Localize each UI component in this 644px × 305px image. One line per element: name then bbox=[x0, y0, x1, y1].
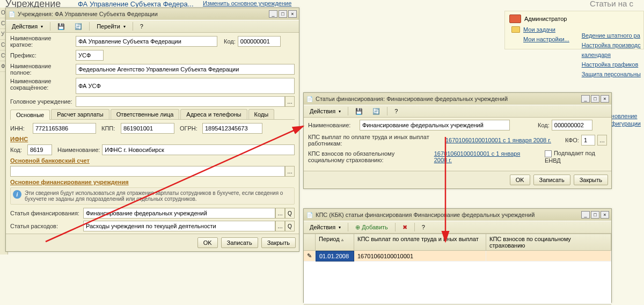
toolbar-save-icon[interactable]: 💾 bbox=[352, 106, 367, 117]
bank-account-input[interactable] bbox=[10, 166, 285, 177]
financing-heading: Основное финансирование учреждения bbox=[10, 179, 295, 185]
code-input[interactable] bbox=[552, 120, 592, 130]
close-button[interactable]: × bbox=[288, 10, 297, 18]
col-kps-pay[interactable]: КПС выплат по оплате труда и иных выплат bbox=[354, 234, 486, 250]
code-input[interactable] bbox=[238, 36, 281, 47]
ok-button[interactable]: OK bbox=[510, 175, 530, 185]
financing-article-window: 📄 Статьи финансирования: Финансирование … bbox=[303, 92, 612, 189]
ifns-code-label: Код: bbox=[10, 147, 25, 153]
fin-article-open-button[interactable]: Q bbox=[285, 208, 295, 219]
maximize-button[interactable]: □ bbox=[591, 95, 599, 103]
cancel-button[interactable]: Закрыть bbox=[261, 237, 296, 248]
kps1-link[interactable]: 16701060100010001 с 1 января 2008 г. bbox=[445, 137, 551, 143]
cancel-button[interactable]: Закрыть bbox=[574, 175, 608, 185]
minimize-button[interactable]: _ bbox=[581, 211, 590, 219]
name-input[interactable] bbox=[360, 120, 510, 130]
link-calendar2[interactable]: календаря bbox=[582, 52, 641, 58]
actions-menu[interactable]: Действия bbox=[306, 222, 345, 232]
maximize-button[interactable]: □ bbox=[279, 10, 287, 18]
grid-header: Период ▵ КПС выплат по оплате труда и ин… bbox=[304, 234, 611, 251]
save-button[interactable]: Записать bbox=[533, 175, 570, 185]
right-bottom-links: бновление нфигурации bbox=[608, 113, 641, 127]
close-button[interactable]: × bbox=[601, 211, 609, 219]
tab-codes[interactable]: Коды bbox=[248, 109, 275, 119]
folder-icon bbox=[511, 26, 520, 33]
my-tasks-link[interactable]: Мои задачи bbox=[523, 26, 555, 33]
close-button[interactable]: × bbox=[601, 95, 609, 103]
kps-history-window: 📄 КПС (КБК) статьи финансирования Финанс… bbox=[303, 208, 612, 303]
maximize-button[interactable]: □ bbox=[591, 211, 599, 219]
inn-label: ИНН: bbox=[10, 125, 31, 132]
tab-main[interactable]: Основные bbox=[10, 110, 50, 120]
prefix-input[interactable] bbox=[76, 50, 104, 61]
col-period[interactable]: Период ▵ bbox=[316, 234, 354, 250]
kps-pay-cell[interactable]: 16701060100010001 bbox=[354, 251, 486, 262]
help-icon[interactable]: ? bbox=[391, 106, 401, 116]
grid-body[interactable]: ✎ 01.01.2008 16701060100010001 bbox=[304, 251, 611, 304]
head-select-button[interactable]: … bbox=[285, 96, 295, 107]
breadcrumb[interactable]: ФА Управление Субъекта Федера... bbox=[78, 0, 194, 8]
ogrn-input[interactable] bbox=[202, 123, 262, 134]
actions-menu[interactable]: Действия bbox=[306, 106, 345, 116]
ifns-code-input[interactable] bbox=[27, 144, 52, 155]
short-name-input[interactable] bbox=[76, 36, 217, 47]
exp-article-input[interactable] bbox=[83, 221, 275, 231]
kfo-select-button[interactable]: … bbox=[597, 135, 607, 146]
table-row[interactable]: ✎ 01.01.2008 16701060100010001 bbox=[304, 251, 611, 262]
abbr-input[interactable] bbox=[76, 78, 295, 94]
exp-article-label: Статья расходов: bbox=[10, 223, 81, 229]
ifns-name-label: Наименование: bbox=[57, 147, 100, 153]
ok-button[interactable]: OK bbox=[197, 237, 218, 248]
info-text: Эти сведения будут использоваться для от… bbox=[25, 190, 292, 202]
kpp-input[interactable] bbox=[121, 123, 174, 134]
minimize-button[interactable]: _ bbox=[269, 10, 277, 18]
tab-responsible[interactable]: Ответственные лица bbox=[111, 109, 180, 119]
kps2-label: КПС взносов по обязательному социальному… bbox=[308, 150, 432, 163]
head-input[interactable] bbox=[76, 96, 285, 107]
window-icon: 📄 bbox=[306, 211, 313, 219]
col-marker[interactable] bbox=[304, 234, 316, 250]
navigate-menu[interactable]: Перейти bbox=[93, 21, 129, 31]
prefix-label: Префикс: bbox=[10, 52, 74, 59]
help-icon[interactable]: ? bbox=[418, 222, 429, 232]
exp-article-open-button[interactable]: Q bbox=[285, 221, 295, 231]
fin-article-input[interactable] bbox=[83, 208, 275, 219]
tab-salary[interactable]: Расчет зарплаты bbox=[51, 109, 109, 119]
fin-article-select-button[interactable]: … bbox=[275, 208, 285, 219]
my-settings-link[interactable]: Мои настройки... bbox=[523, 36, 569, 42]
change-main-link[interactable]: Изменить основное учреждение bbox=[203, 0, 291, 6]
minimize-button[interactable]: _ bbox=[581, 95, 590, 103]
period-cell[interactable]: 01.01.2008 bbox=[316, 251, 354, 262]
info-icon: i bbox=[13, 190, 21, 199]
bank-select-button[interactable]: … bbox=[285, 166, 295, 177]
kfo-input[interactable] bbox=[581, 135, 595, 146]
kps2-link[interactable]: 16701060100010001 с 1 января 2008 г. bbox=[434, 150, 531, 163]
save-button[interactable]: Записать bbox=[221, 237, 258, 248]
abbr-label: Наименование сокращённое: bbox=[10, 78, 74, 91]
link-calendar[interactable]: Настройка производс bbox=[582, 42, 641, 48]
right-nav-links: Ведение штатного ра Настройка производс … bbox=[582, 32, 641, 77]
tabs: Основные Расчет зарплаты Ответственные л… bbox=[10, 109, 295, 120]
bank-heading: Основной банковский счет bbox=[10, 157, 295, 164]
delete-button[interactable]: ✖ bbox=[399, 222, 411, 233]
tab-addresses[interactable]: Адреса и телефоны bbox=[180, 109, 247, 119]
toolbar-refresh-icon[interactable]: 🔄 bbox=[369, 106, 384, 117]
ogrn-label: ОГРН: bbox=[180, 125, 200, 132]
inn-input[interactable] bbox=[33, 123, 96, 134]
full-name-input[interactable] bbox=[76, 64, 295, 75]
kps-ins-cell[interactable] bbox=[486, 251, 611, 262]
exp-article-select-button[interactable]: … bbox=[275, 221, 285, 231]
actions-menu[interactable]: Действия bbox=[8, 21, 47, 31]
link-schedules[interactable]: Настройка графиков bbox=[582, 61, 641, 68]
col-kps-insurance[interactable]: КПС взносов по социальному страхованию bbox=[486, 234, 611, 250]
help-icon[interactable]: ? bbox=[136, 21, 147, 31]
envd-checkbox[interactable] bbox=[545, 150, 552, 157]
link-staffing[interactable]: Ведение штатного ра bbox=[582, 32, 641, 39]
head-label: Головное учреждение: bbox=[10, 98, 74, 105]
add-button[interactable]: ⊕Добавить bbox=[352, 222, 392, 233]
link-personal[interactable]: Защита персональны bbox=[582, 71, 641, 77]
toolbar-refresh-icon[interactable]: 🔄 bbox=[71, 21, 86, 32]
ifns-name-input[interactable] bbox=[102, 144, 295, 155]
toolbar-save-icon[interactable]: 💾 bbox=[54, 21, 69, 32]
right-panel-title: Статьи на с bbox=[590, 0, 633, 8]
